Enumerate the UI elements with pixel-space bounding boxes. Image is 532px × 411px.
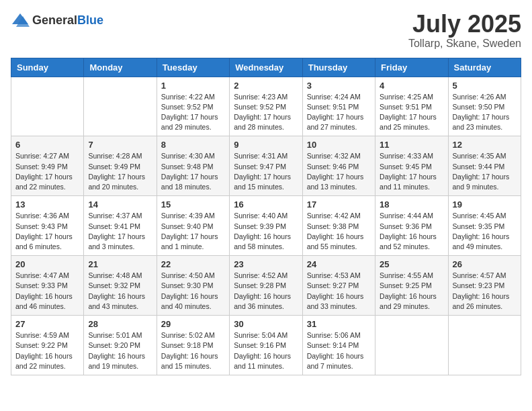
day-info: Sunrise: 4:32 AM Sunset: 9:46 PM Dayligh… xyxy=(307,151,371,192)
day-info: Sunrise: 4:47 AM Sunset: 9:33 PM Dayligh… xyxy=(15,271,79,312)
day-info: Sunrise: 4:40 AM Sunset: 9:39 PM Dayligh… xyxy=(234,211,298,252)
calendar-cell: 9Sunrise: 4:31 AM Sunset: 9:47 PM Daylig… xyxy=(230,136,302,196)
calendar-cell: 29Sunrise: 5:02 AM Sunset: 9:18 PM Dayli… xyxy=(157,316,229,375)
day-number: 7 xyxy=(88,140,152,150)
day-number: 15 xyxy=(161,199,225,210)
day-number: 13 xyxy=(15,199,79,210)
day-number: 2 xyxy=(234,81,298,91)
calendar-cell: 4Sunrise: 4:25 AM Sunset: 9:51 PM Daylig… xyxy=(375,77,448,136)
weekday-header-monday: Monday xyxy=(84,58,157,77)
day-info: Sunrise: 5:01 AM Sunset: 9:20 PM Dayligh… xyxy=(88,330,152,371)
day-number: 29 xyxy=(161,319,225,329)
calendar-cell: 1Sunrise: 4:22 AM Sunset: 9:52 PM Daylig… xyxy=(157,77,229,136)
day-number: 25 xyxy=(380,259,443,269)
calendar-cell: 25Sunrise: 4:55 AM Sunset: 9:25 PM Dayli… xyxy=(375,256,448,316)
day-number: 18 xyxy=(380,199,443,210)
day-info: Sunrise: 4:52 AM Sunset: 9:28 PM Dayligh… xyxy=(234,271,298,312)
day-info: Sunrise: 4:42 AM Sunset: 9:38 PM Dayligh… xyxy=(307,211,371,252)
day-number: 10 xyxy=(307,140,371,150)
day-number: 1 xyxy=(161,81,225,91)
location-subtitle: Tollarp, Skane, Sweden xyxy=(408,38,521,50)
logo-general: General xyxy=(32,13,77,27)
day-number: 23 xyxy=(234,259,298,269)
day-number: 24 xyxy=(307,259,371,269)
page-header: GeneralBlue July 2025 Tollarp, Skane, Sw… xyxy=(11,11,521,50)
day-info: Sunrise: 4:23 AM Sunset: 9:52 PM Dayligh… xyxy=(234,92,298,133)
weekday-header-sunday: Sunday xyxy=(11,58,84,77)
calendar-week-4: 20Sunrise: 4:47 AM Sunset: 9:33 PM Dayli… xyxy=(11,256,521,316)
day-info: Sunrise: 5:06 AM Sunset: 9:14 PM Dayligh… xyxy=(307,330,371,371)
logo-blue: Blue xyxy=(77,13,103,27)
day-info: Sunrise: 4:37 AM Sunset: 9:41 PM Dayligh… xyxy=(88,211,152,252)
calendar-cell: 26Sunrise: 4:57 AM Sunset: 9:23 PM Dayli… xyxy=(448,256,521,316)
calendar-cell: 15Sunrise: 4:39 AM Sunset: 9:40 PM Dayli… xyxy=(157,196,229,256)
calendar-cell: 2Sunrise: 4:23 AM Sunset: 9:52 PM Daylig… xyxy=(230,77,302,136)
day-info: Sunrise: 4:39 AM Sunset: 9:40 PM Dayligh… xyxy=(161,211,225,252)
calendar-cell: 10Sunrise: 4:32 AM Sunset: 9:46 PM Dayli… xyxy=(302,136,375,196)
calendar-cell: 18Sunrise: 4:44 AM Sunset: 9:36 PM Dayli… xyxy=(375,196,448,256)
weekday-header-saturday: Saturday xyxy=(448,58,521,77)
day-info: Sunrise: 4:25 AM Sunset: 9:51 PM Dayligh… xyxy=(380,92,443,133)
day-info: Sunrise: 4:26 AM Sunset: 9:50 PM Dayligh… xyxy=(453,92,517,133)
calendar-cell xyxy=(11,77,84,136)
weekday-header-row: SundayMondayTuesdayWednesdayThursdayFrid… xyxy=(11,58,521,77)
day-number: 9 xyxy=(234,140,298,150)
day-number: 5 xyxy=(453,81,517,91)
day-info: Sunrise: 4:27 AM Sunset: 9:49 PM Dayligh… xyxy=(15,151,79,192)
day-info: Sunrise: 4:50 AM Sunset: 9:30 PM Dayligh… xyxy=(161,271,225,312)
calendar-cell: 12Sunrise: 4:35 AM Sunset: 9:44 PM Dayli… xyxy=(448,136,521,196)
day-number: 14 xyxy=(88,199,152,210)
day-info: Sunrise: 4:55 AM Sunset: 9:25 PM Dayligh… xyxy=(380,271,443,312)
weekday-header-wednesday: Wednesday xyxy=(230,58,302,77)
day-info: Sunrise: 4:57 AM Sunset: 9:23 PM Dayligh… xyxy=(453,271,517,312)
day-number: 3 xyxy=(307,81,371,91)
calendar-cell: 22Sunrise: 4:50 AM Sunset: 9:30 PM Dayli… xyxy=(157,256,229,316)
calendar-cell xyxy=(375,316,448,375)
weekday-header-tuesday: Tuesday xyxy=(157,58,229,77)
calendar-cell: 7Sunrise: 4:28 AM Sunset: 9:49 PM Daylig… xyxy=(84,136,157,196)
day-number: 26 xyxy=(453,259,517,269)
day-number: 4 xyxy=(380,81,443,91)
day-number: 20 xyxy=(15,259,79,269)
calendar-cell: 31Sunrise: 5:06 AM Sunset: 9:14 PM Dayli… xyxy=(302,316,375,375)
day-number: 28 xyxy=(88,319,152,329)
calendar-week-3: 13Sunrise: 4:36 AM Sunset: 9:43 PM Dayli… xyxy=(11,196,521,256)
logo-icon xyxy=(11,11,30,30)
day-info: Sunrise: 4:44 AM Sunset: 9:36 PM Dayligh… xyxy=(380,211,443,252)
day-number: 6 xyxy=(15,140,79,150)
calendar-cell xyxy=(84,77,157,136)
day-number: 22 xyxy=(161,259,225,269)
calendar-cell: 19Sunrise: 4:45 AM Sunset: 9:35 PM Dayli… xyxy=(448,196,521,256)
day-info: Sunrise: 4:59 AM Sunset: 9:22 PM Dayligh… xyxy=(15,330,79,371)
day-info: Sunrise: 5:04 AM Sunset: 9:16 PM Dayligh… xyxy=(234,330,298,371)
calendar-cell: 14Sunrise: 4:37 AM Sunset: 9:41 PM Dayli… xyxy=(84,196,157,256)
calendar-cell xyxy=(448,316,521,375)
title-block: July 2025 Tollarp, Skane, Sweden xyxy=(408,11,521,50)
day-number: 19 xyxy=(453,199,517,210)
day-number: 27 xyxy=(15,319,79,329)
calendar-cell: 28Sunrise: 5:01 AM Sunset: 9:20 PM Dayli… xyxy=(84,316,157,375)
day-info: Sunrise: 4:30 AM Sunset: 9:48 PM Dayligh… xyxy=(161,151,225,192)
calendar-cell: 3Sunrise: 4:24 AM Sunset: 9:51 PM Daylig… xyxy=(302,77,375,136)
weekday-header-thursday: Thursday xyxy=(302,58,375,77)
calendar-cell: 16Sunrise: 4:40 AM Sunset: 9:39 PM Dayli… xyxy=(230,196,302,256)
day-info: Sunrise: 4:45 AM Sunset: 9:35 PM Dayligh… xyxy=(453,211,517,252)
day-info: Sunrise: 4:22 AM Sunset: 9:52 PM Dayligh… xyxy=(161,92,225,133)
day-number: 30 xyxy=(234,319,298,329)
day-info: Sunrise: 4:28 AM Sunset: 9:49 PM Dayligh… xyxy=(88,151,152,192)
calendar-cell: 5Sunrise: 4:26 AM Sunset: 9:50 PM Daylig… xyxy=(448,77,521,136)
day-info: Sunrise: 4:35 AM Sunset: 9:44 PM Dayligh… xyxy=(453,151,517,192)
calendar-cell: 21Sunrise: 4:48 AM Sunset: 9:32 PM Dayli… xyxy=(84,256,157,316)
day-number: 11 xyxy=(380,140,443,150)
day-number: 12 xyxy=(453,140,517,150)
day-number: 8 xyxy=(161,140,225,150)
day-number: 31 xyxy=(307,319,371,329)
calendar-week-1: 1Sunrise: 4:22 AM Sunset: 9:52 PM Daylig… xyxy=(11,77,521,136)
calendar-cell: 24Sunrise: 4:53 AM Sunset: 9:27 PM Dayli… xyxy=(302,256,375,316)
day-info: Sunrise: 4:48 AM Sunset: 9:32 PM Dayligh… xyxy=(88,271,152,312)
weekday-header-friday: Friday xyxy=(375,58,448,77)
day-number: 17 xyxy=(307,199,371,210)
day-info: Sunrise: 4:24 AM Sunset: 9:51 PM Dayligh… xyxy=(307,92,371,133)
calendar-cell: 13Sunrise: 4:36 AM Sunset: 9:43 PM Dayli… xyxy=(11,196,84,256)
day-number: 21 xyxy=(88,259,152,269)
